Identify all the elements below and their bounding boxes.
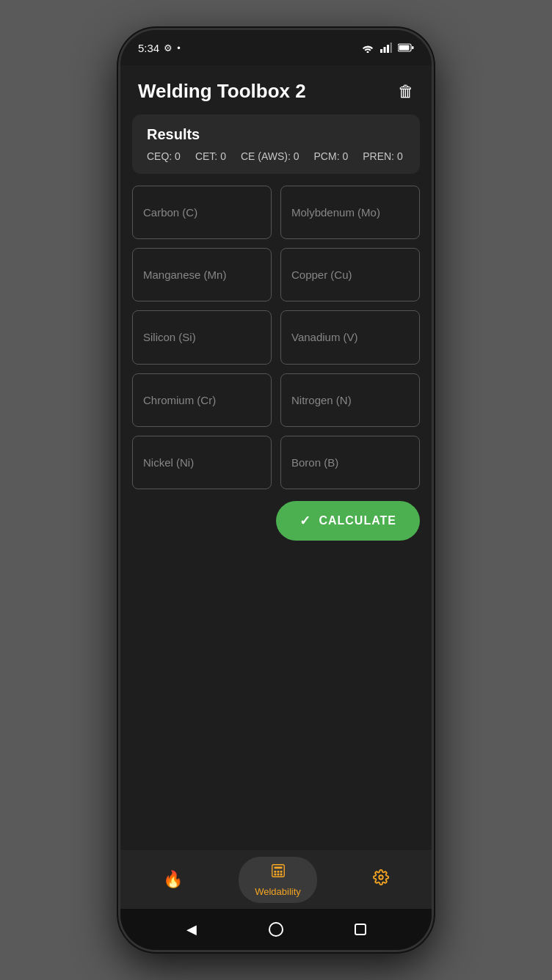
wifi-icon [361,43,374,53]
phone-shell: 5:34 ⚙ • [118,28,434,952]
status-dot: • [177,43,181,54]
settings-nav-icon [373,869,389,890]
svg-rect-0 [380,49,382,53]
app-content: Welding Toolbox 2 🗑 Results CEQ: 0 CET: … [120,65,432,950]
svg-rect-1 [384,47,386,53]
system-nav: ◀ [120,909,432,950]
results-card: Results CEQ: 0 CET: 0 CE (AWS): 0 PCM: 0… [132,114,420,174]
input-grid [120,186,432,489]
svg-rect-3 [391,43,393,53]
nitrogen-input[interactable] [280,373,420,427]
calculate-label: CALCULATE [319,514,396,527]
weldability-label: Weldability [255,886,301,897]
home-icon [269,922,283,937]
calculate-button[interactable]: ✓ CALCULATE [276,501,420,541]
result-pren: PREN: 0 [363,150,402,162]
svg-rect-14 [280,873,282,875]
calculator-icon [270,863,286,883]
calculate-btn-row: ✓ CALCULATE [120,489,432,546]
app-header: Welding Toolbox 2 🗑 [120,65,432,114]
svg-rect-13 [277,873,279,875]
bottom-nav: 🔥 Weldability [120,850,432,909]
result-cet: CET: 0 [195,150,226,162]
nav-item-flame[interactable]: 🔥 [163,870,183,889]
results-title: Results [147,126,405,143]
svg-rect-11 [280,871,282,873]
svg-rect-8 [274,866,282,869]
nav-item-weldability[interactable]: Weldability [239,857,317,903]
svg-rect-10 [277,871,279,873]
app-title: Welding Toolbox 2 [138,80,306,103]
settings-status-icon: ⚙ [164,43,172,54]
svg-rect-9 [274,871,276,873]
carbon-input[interactable] [132,186,272,239]
svg-rect-5 [399,45,410,51]
status-time: 5:34 [138,42,159,54]
status-right [361,43,414,53]
flame-icon: 🔥 [163,870,183,889]
chromium-input[interactable] [132,373,272,427]
nav-item-settings[interactable] [373,869,389,890]
svg-point-15 [379,875,383,880]
silicon-input[interactable] [132,310,272,364]
molybdenum-input[interactable] [280,186,420,239]
svg-rect-12 [274,873,276,875]
spacer [120,546,432,850]
result-ceq: CEQ: 0 [147,150,181,162]
vanadium-input[interactable] [280,310,420,364]
nickel-input[interactable] [132,436,272,489]
signal-icon [380,43,392,53]
back-icon: ◀ [186,921,197,937]
copper-input[interactable] [280,248,420,301]
svg-rect-2 [387,45,389,53]
home-button[interactable] [269,922,283,937]
result-pcm: PCM: 0 [314,150,349,162]
results-row: CEQ: 0 CET: 0 CE (AWS): 0 PCM: 0 PREN: 0 [147,150,405,162]
boron-input[interactable] [280,436,420,489]
delete-button[interactable]: 🗑 [398,82,414,101]
svg-rect-6 [412,46,414,49]
notch [217,30,335,51]
manganese-input[interactable] [132,248,272,301]
back-button[interactable]: ◀ [184,922,199,937]
status-icons: ⚙ • [164,43,181,54]
check-icon: ✓ [299,513,311,529]
battery-icon [398,43,414,52]
recent-button[interactable] [353,922,368,937]
recent-icon [355,924,366,935]
result-ceaws: CE (AWS): 0 [241,150,299,162]
